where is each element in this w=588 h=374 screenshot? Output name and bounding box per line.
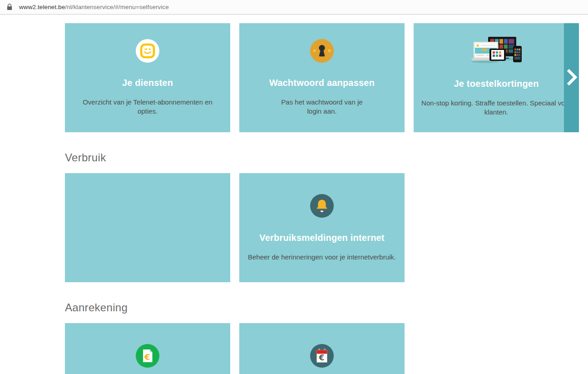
card-subtitle: Beheer de herinneringen voor je internet… [248,253,396,262]
svg-text:€: € [144,352,150,362]
aanrekening-row: € € [65,323,579,374]
card-title: Verbruiksmeldingen internet [259,233,384,243]
card-title: Je toestelkortingen [454,79,539,89]
url-domain: www2.telenet.be [19,4,65,10]
section-heading-verbruik: Verbruik [65,151,579,164]
bell-icon [310,194,334,218]
keyhole-icon [310,39,334,63]
card-je-toestelkortingen[interactable]: Je toestelkortingen Non-stop korting. St… [414,23,579,132]
card-calendar[interactable]: € [239,323,405,374]
selfservice-page: Je diensten Overzicht van je Telenet-abo… [0,15,579,374]
carousel-row: Je diensten Overzicht van je Telenet-abo… [65,23,579,132]
browser-address-bar[interactable]: www2.telenet.be/nl/klantenservice/#/menu… [0,0,588,15]
card-wachtwoord-aanpassen[interactable]: Wachtwoord aanpassen Pas het wachtwoord … [239,23,405,132]
devices-image [470,36,523,64]
padlock-icon[interactable] [7,4,13,11]
url-text[interactable]: www2.telenet.be/nl/klantenservice/#/menu… [19,4,169,10]
card-subtitle: Non-stop korting. Straffe toestellen. Sp… [421,99,571,117]
card-title: Wachtwoord aanpassen [269,78,375,88]
card-title: Je diensten [122,78,173,88]
card-empty-tile[interactable] [65,173,230,282]
verbruik-row: Verbruiksmeldingen internet Beheer de he… [65,173,579,282]
card-subtitle: Overzicht van je Telenet-abonnementen en… [79,98,216,116]
card-verbruiksmeldingen-internet[interactable]: Verbruiksmeldingen internet Beheer de he… [239,173,405,282]
telenet-smiley-icon [136,39,159,63]
carousel-next-button[interactable] [564,23,579,132]
card-je-diensten[interactable]: Je diensten Overzicht van je Telenet-abo… [65,23,230,132]
svg-text:€: € [319,353,325,362]
calendar-euro-icon: € [310,344,334,368]
chevron-right-icon [566,68,577,88]
card-invoice[interactable]: € [65,323,230,374]
card-subtitle: Pas het wachtwoord van je login aan. [273,98,371,116]
invoice-euro-icon: € [136,344,159,368]
url-path: /nl/klantenservice/#/menu=selfservice [65,4,168,10]
section-heading-aanrekening: Aanrekening [65,301,579,314]
